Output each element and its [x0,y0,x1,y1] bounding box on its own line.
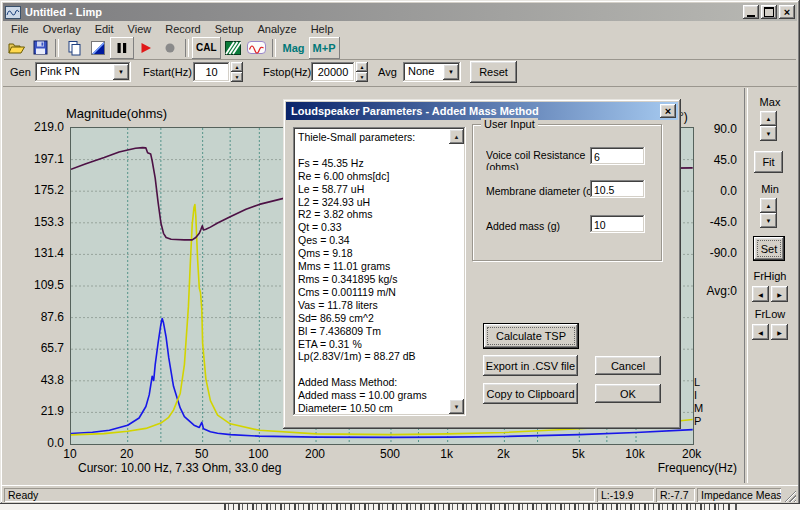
max-stepper[interactable]: ▲ ▼ [760,111,777,141]
y-axis-tick-right: 0.0 [695,184,737,198]
window-title: Untitled - Limp [25,6,741,18]
menu-record[interactable]: Record [158,23,207,35]
tsp-report-line: L2 = 324.93 uH [298,196,448,209]
arrow-left-icon[interactable]: ◀ [752,286,769,302]
cursor-readout: Cursor: 10.00 Hz, 7.33 Ohm, 33.0 deg [78,461,281,475]
fstop-stepper[interactable]: 20000 ▲▼ [311,62,368,82]
tsp-report-line: R2 = 3.82 ohms [298,208,448,221]
background-window-sliver [0,504,800,510]
clipped-text-fragment [224,504,732,510]
y-axis-tick-left: 43.8 [18,373,64,387]
menu-edit[interactable]: Edit [88,23,121,35]
spin-up-icon[interactable]: ▲ [231,62,243,72]
menu-bar: FileOverlayEditViewRecordSetupAnalyzeHel… [4,22,796,36]
voice-coil-resistance-field[interactable] [590,147,645,165]
max-label: Max [748,96,792,108]
scroll-down-button[interactable]: ▼ [449,399,464,414]
ok-button[interactable]: OK [595,384,661,403]
toolbar: CALMagM+P [4,36,796,60]
spin-down-icon[interactable]: ▼ [760,213,777,228]
spin-up-icon[interactable]: ▲ [356,62,368,72]
status-level-right: R:-7.7 [656,488,695,502]
play-icon[interactable] [134,37,158,59]
spin-up-icon[interactable]: ▲ [760,198,777,213]
color-mode-icon[interactable] [86,37,110,59]
spectrum-view-icon[interactable] [221,37,245,59]
tsp-report-line: Thiele-Small parameters: [298,131,448,144]
record-icon[interactable] [158,37,182,59]
open-file-icon[interactable] [4,37,28,59]
set-button[interactable]: Set [754,237,784,260]
arrow-right-icon[interactable]: ▶ [771,286,788,302]
added-mass-field[interactable] [590,215,645,233]
y-axis-tick-left: 153.3 [18,215,64,229]
close-button[interactable]: × [779,5,795,19]
tsp-report-box[interactable]: Thiele-Small parameters: Fs = 45.35 HzRe… [293,127,466,416]
y-axis-tick-left: 21.9 [18,404,64,418]
maximize-button[interactable] [761,5,777,19]
copy-icon[interactable] [62,37,86,59]
x-axis-tick: 50 [182,447,222,461]
toolbar-separator [185,39,189,57]
x-axis-tick: 500 [370,447,410,461]
cancel-button[interactable]: Cancel [595,356,661,375]
resize-grip[interactable] [783,489,796,502]
chevron-down-icon[interactable]: ▼ [443,64,459,80]
maximize-icon [764,7,774,17]
copy-to-clipboard-button[interactable]: Copy to Clipboard [483,383,578,404]
arrow-right-icon[interactable]: ▶ [771,324,788,340]
spin-down-icon[interactable]: ▼ [231,72,243,82]
save-icon[interactable] [28,37,52,59]
export-csv-button[interactable]: Export in .CSV file [483,355,578,376]
menu-overlay[interactable]: Overlay [36,23,88,35]
x-axis-tick: 20 [107,447,147,461]
y-axis-tick-right: -90.0 [695,246,737,260]
minimize-icon [747,15,755,17]
tsp-report-line: Added Mass Method: [298,376,448,389]
avg-label: Avg [378,66,397,78]
title-bar[interactable]: Untitled - Limp × [3,3,797,21]
magnitude-phase-view-button[interactable]: M+P [309,37,340,59]
spin-up-icon[interactable]: ▲ [760,111,777,126]
spin-down-icon[interactable]: ▼ [356,72,368,82]
tsp-report-line: Fs = 45.35 Hz [298,157,448,170]
gen-label: Gen [10,66,31,78]
fstop-value[interactable]: 20000 [311,62,355,82]
fit-button[interactable]: Fit [754,151,783,173]
y-axis-tick-right: 45.0 [695,153,737,167]
tsp-report-line: Qes = 0.34 [298,234,448,247]
menu-setup[interactable]: Setup [208,23,251,35]
fstart-stepper[interactable]: 10 ▲▼ [193,62,243,82]
chevron-down-icon[interactable]: ▼ [113,64,129,80]
pause-icon[interactable] [110,37,134,59]
x-axis-tick: 200 [295,447,335,461]
calculate-tsp-button[interactable]: Calculate TSP [484,324,578,348]
calibrate-button[interactable]: CAL [192,37,221,59]
membrane-diameter-field[interactable] [590,180,645,198]
magnitude-view-button[interactable]: Mag [279,37,309,59]
status-ready: Ready [4,488,595,502]
spin-down-icon[interactable]: ▼ [760,126,777,141]
x-axis-tick: 20k [672,447,712,461]
x-axis-tick: 1k [427,447,467,461]
minimize-button[interactable] [743,5,759,19]
fstart-value[interactable]: 10 [193,62,230,82]
clipped-divider [735,504,737,510]
menu-help[interactable]: Help [304,23,341,35]
generator-select[interactable]: Pink PN ▼ [35,62,131,82]
min-stepper[interactable]: ▲ ▼ [760,198,777,228]
generator-sine-icon[interactable] [245,37,269,59]
menu-analyze[interactable]: Analyze [250,23,303,35]
scroll-up-button[interactable]: ▲ [449,129,464,144]
menu-view[interactable]: View [121,23,159,35]
menu-file[interactable]: File [4,23,36,35]
tsp-report-line: Mms = 11.01 grams [298,260,448,273]
calculate-tsp-label: Calculate TSP [496,330,566,342]
reset-button[interactable]: Reset [470,61,517,83]
set-button-label: Set [761,243,778,255]
frlow-arrows: ◀ ▶ [752,324,788,340]
min-label: Min [748,183,792,195]
dialog-close-button[interactable]: × [660,104,676,118]
avg-select[interactable]: None ▼ [403,62,461,82]
arrow-left-icon[interactable]: ◀ [752,324,769,340]
